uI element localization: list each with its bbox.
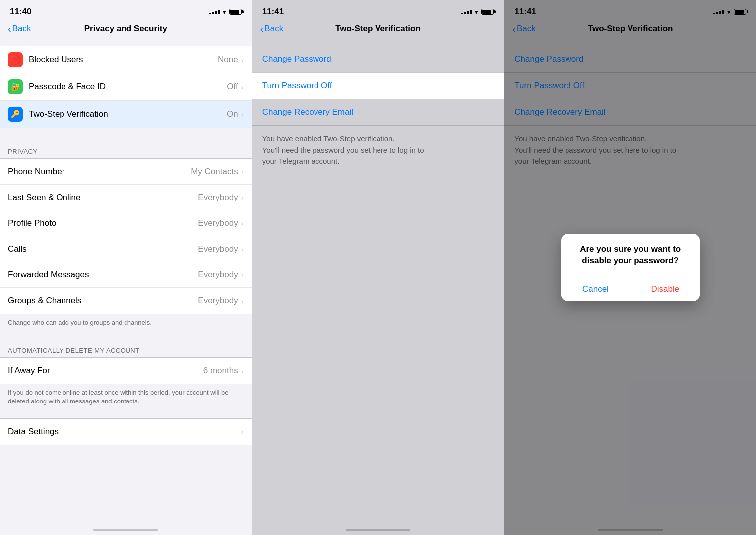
two-step-label: Two-Step Verification — [29, 109, 227, 119]
status-time-1: 11:40 — [10, 7, 31, 17]
modal-buttons: Cancel Disable — [561, 277, 700, 301]
data-settings-label: Data Settings — [8, 427, 241, 437]
privacy-section-label: PRIVACY — [0, 140, 252, 158]
phone-number-value: My Contacts — [191, 167, 238, 177]
last-seen-item[interactable]: Last Seen & Online Everybody › — [0, 185, 252, 210]
forwarded-messages-value: Everybody — [198, 270, 238, 280]
passcode-value: Off — [227, 82, 238, 92]
calls-item[interactable]: Calls Everybody › — [0, 236, 252, 262]
signal-bar-1 — [209, 13, 211, 14]
blocked-users-item[interactable]: 🚫 Blocked Users None › — [0, 46, 252, 73]
battery-icon-1 — [229, 9, 242, 15]
back-chevron-2: ‹ — [260, 24, 264, 34]
calls-label: Calls — [8, 244, 198, 254]
turn-password-off-item[interactable]: Turn Password Off — [252, 72, 504, 99]
home-indicator-1 — [93, 529, 158, 531]
disable-password-modal: Are you sure you want to disable your pa… — [561, 234, 700, 301]
auto-delete-section: AUTOMATICALLY DELETE MY ACCOUNT If Away … — [0, 339, 252, 414]
nav-bar-2: ‹ Back Two-Step Verification — [252, 20, 504, 38]
panel-two-step-1: 11:41 ▾ ‹ Back Two-Step Verification Cha… — [252, 0, 504, 535]
two-step-chevron: › — [241, 110, 244, 119]
profile-photo-value: Everybody — [198, 218, 238, 228]
modal-overlay: Are you sure you want to disable your pa… — [504, 0, 756, 535]
back-label-1: Back — [12, 24, 31, 34]
turn-password-off-label: Turn Password Off — [262, 81, 332, 91]
battery-fill-1 — [230, 10, 239, 14]
signal-bar-2a — [461, 13, 463, 14]
signal-bar-2d — [470, 10, 472, 14]
passcode-icon: 🔐 — [8, 79, 23, 94]
blocked-users-value: None — [218, 55, 238, 65]
two-step-value: On — [227, 109, 238, 119]
tsv-description-2: You have enabled Two-Step verification. … — [252, 126, 504, 175]
top-settings-group: 🚫 Blocked Users None › 🔐 Passcode & Face… — [0, 46, 252, 128]
privacy-section: PRIVACY Phone Number My Contacts › Last … — [0, 140, 252, 335]
if-away-for-value: 6 months — [203, 366, 238, 376]
page-title-1: Privacy and Security — [84, 24, 167, 34]
status-bar-2: 11:41 ▾ — [252, 0, 504, 20]
blocked-users-icon: 🚫 — [8, 52, 23, 67]
phone-number-label: Phone Number — [8, 167, 191, 177]
calls-value: Everybody — [198, 244, 238, 254]
if-away-for-chevron: › — [241, 367, 244, 375]
status-time-2: 11:41 — [262, 7, 284, 17]
groups-channels-value: Everybody — [198, 296, 238, 306]
auto-delete-section-label: AUTOMATICALLY DELETE MY ACCOUNT — [0, 339, 252, 357]
signal-bar-3 — [215, 11, 217, 14]
disable-button[interactable]: Disable — [630, 277, 700, 301]
change-password-item-2[interactable]: Change Password — [252, 46, 504, 72]
groups-channels-chevron: › — [241, 297, 244, 305]
signal-bar-2b — [464, 12, 466, 14]
back-label-2: Back — [264, 24, 283, 34]
battery-icon-2 — [481, 9, 494, 15]
blocked-users-chevron: › — [241, 56, 244, 64]
auto-delete-footer: If you do not come online at least once … — [0, 384, 252, 414]
privacy-list-group: Phone Number My Contacts › Last Seen & O… — [0, 158, 252, 314]
signal-bars-1 — [209, 10, 220, 14]
wifi-icon-1: ▾ — [223, 8, 226, 16]
page-title-2: Two-Step Verification — [335, 24, 421, 34]
groups-channels-item[interactable]: Groups & Channels Everybody › — [0, 288, 252, 314]
passcode-label: Passcode & Face ID — [29, 82, 227, 92]
back-button-1[interactable]: ‹ Back — [8, 24, 31, 34]
profile-photo-item[interactable]: Profile Photo Everybody › — [0, 210, 252, 236]
last-seen-chevron: › — [241, 193, 244, 201]
signal-bar-2c — [467, 11, 469, 14]
change-recovery-email-item-2[interactable]: Change Recovery Email — [252, 99, 504, 126]
two-step-icon: 🔑 — [8, 107, 23, 122]
data-settings-group: Data Settings › — [0, 418, 252, 445]
wifi-icon-2: ▾ — [475, 8, 478, 16]
two-step-item[interactable]: 🔑 Two-Step Verification On › — [0, 101, 252, 128]
forwarded-messages-chevron: › — [241, 270, 244, 279]
profile-photo-label: Profile Photo — [8, 218, 198, 228]
passcode-item[interactable]: 🔐 Passcode & Face ID Off › — [0, 73, 252, 101]
back-chevron-1: ‹ — [8, 24, 11, 34]
cancel-button[interactable]: Cancel — [561, 277, 631, 301]
status-bar-1: 11:40 ▾ — [0, 0, 252, 20]
last-seen-value: Everybody — [198, 193, 238, 202]
modal-title: Are you sure you want to disable your pa… — [561, 234, 700, 269]
panel-two-step-2: 11:41 ▾ ‹ Back Two-Step Verification Cha… — [504, 0, 756, 535]
nav-bar-1: ‹ Back Privacy and Security — [0, 20, 252, 38]
signal-bars-2 — [461, 10, 472, 14]
groups-footer: Change who can add you to groups and cha… — [0, 314, 252, 335]
home-indicator-2 — [346, 529, 410, 531]
change-password-label-2: Change Password — [262, 54, 331, 64]
passcode-chevron: › — [241, 83, 244, 91]
status-icons-2: ▾ — [461, 8, 494, 16]
signal-bar-4 — [218, 10, 220, 14]
calls-chevron: › — [241, 245, 244, 253]
profile-photo-chevron: › — [241, 219, 244, 227]
status-icons-1: ▾ — [209, 8, 242, 16]
tsv-menu-group: Change Password Turn Password Off Change… — [252, 46, 504, 126]
data-settings-item[interactable]: Data Settings › — [0, 419, 252, 445]
if-away-for-item[interactable]: If Away For 6 months › — [0, 358, 252, 384]
forwarded-messages-item[interactable]: Forwarded Messages Everybody › — [0, 262, 252, 288]
back-button-2[interactable]: ‹ Back — [260, 24, 283, 34]
last-seen-label: Last Seen & Online — [8, 193, 198, 202]
phone-number-chevron: › — [241, 167, 244, 176]
auto-delete-list-group: If Away For 6 months › — [0, 357, 252, 384]
phone-number-item[interactable]: Phone Number My Contacts › — [0, 159, 252, 185]
signal-bar-2 — [212, 12, 214, 14]
if-away-for-label: If Away For — [8, 366, 203, 376]
